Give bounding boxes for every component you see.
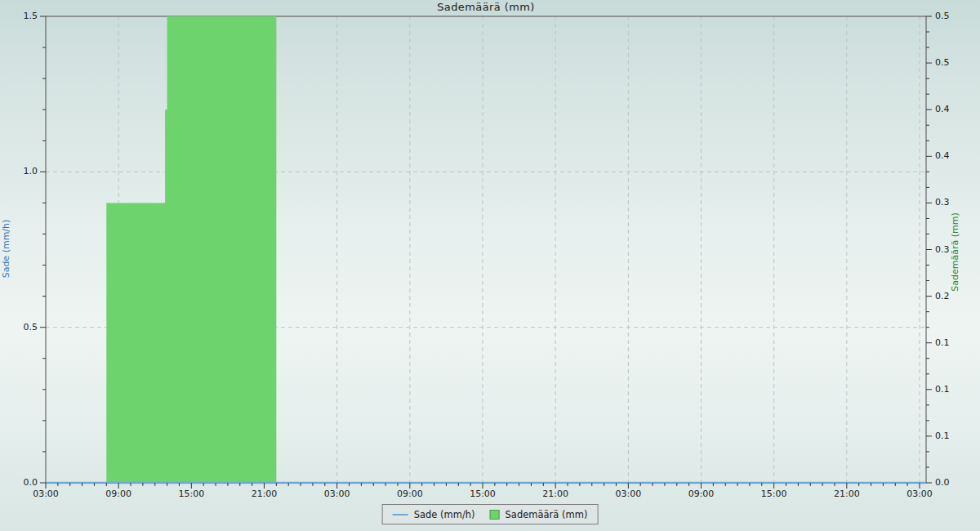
legend: Sade (mm/h) Sademäärä (mm) xyxy=(382,504,599,524)
left-tick-label: 1.5 xyxy=(10,11,38,21)
precipitation-area xyxy=(106,16,276,483)
x-tick-label: 03:00 xyxy=(610,489,646,499)
x-tick-label: 15:00 xyxy=(173,489,209,499)
right-tick-label: 0.4 xyxy=(935,104,963,114)
right-tick-label: 0.1 xyxy=(935,431,963,441)
right-tick-label: 0.3 xyxy=(935,244,963,255)
right-tick-label: 0.1 xyxy=(935,337,963,348)
right-tick-label: 0.5 xyxy=(935,57,963,68)
left-tick-label: 0.5 xyxy=(10,322,38,332)
chart-canvas xyxy=(0,0,980,531)
x-tick-label: 03:00 xyxy=(28,489,64,499)
right-tick-label: 0.2 xyxy=(935,291,963,301)
x-tick-label: 21:00 xyxy=(537,489,573,499)
x-tick-label: 09:00 xyxy=(100,489,136,499)
x-tick-label: 21:00 xyxy=(247,489,283,499)
right-tick-label: 0.5 xyxy=(935,11,963,21)
line-marker-icon xyxy=(393,514,408,515)
legend-item-sademaara: Sademäärä (mm) xyxy=(490,509,588,520)
x-tick-label: 09:00 xyxy=(392,489,428,499)
right-tick-label: 0.0 xyxy=(935,477,963,488)
right-tick-label: 0.1 xyxy=(935,384,963,395)
x-tick-label: 15:00 xyxy=(465,489,501,499)
x-tick-label: 15:00 xyxy=(756,489,792,499)
legend-item-sade: Sade (mm/h) xyxy=(393,509,475,520)
right-tick-label: 0.4 xyxy=(935,150,963,161)
right-tick-label: 0.3 xyxy=(935,197,963,207)
x-tick-label: 09:00 xyxy=(684,489,719,499)
left-tick-label: 1.0 xyxy=(10,166,38,176)
square-marker-icon xyxy=(490,510,500,520)
x-tick-label: 03:00 xyxy=(319,489,355,499)
legend-label: Sademäärä (mm) xyxy=(506,509,588,520)
precipitation-chart: Sademäärä (mm) Sade (mm/h) Sademäärä (mm… xyxy=(0,0,980,531)
x-tick-label: 03:00 xyxy=(902,489,938,499)
legend-label: Sade (mm/h) xyxy=(414,509,475,520)
left-tick-label: 0.0 xyxy=(10,477,38,488)
x-tick-label: 21:00 xyxy=(829,489,865,499)
